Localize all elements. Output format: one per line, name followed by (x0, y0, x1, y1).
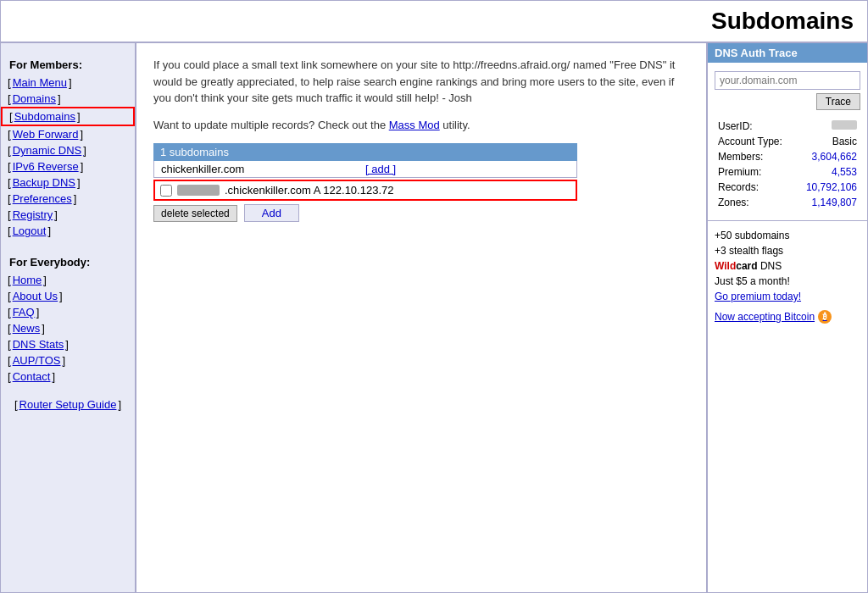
mass-mod-link[interactable]: Mass Mod (389, 119, 440, 131)
sidebar-item-aup-tos[interactable]: [ AUP/TOS ] (1, 352, 135, 369)
add-domain-link[interactable]: [ add ] (365, 163, 570, 175)
trace-input[interactable] (715, 71, 860, 90)
go-premium-link[interactable]: Go premium today! (715, 291, 801, 302)
zones-label: Zones: (715, 195, 795, 210)
info-paragraph: If you could place a small text link som… (153, 57, 689, 107)
sidebar-item-registry[interactable]: [ Registry ] (1, 207, 135, 223)
sidebar-item-about[interactable]: [ About Us ] (1, 288, 135, 304)
bitcoin-text: Now accepting Bitcoin (715, 309, 815, 324)
records-label: Records: (715, 180, 795, 195)
add-subdomain-button[interactable]: Add (244, 204, 299, 222)
sidebar-item-domains[interactable]: [ Domains ] (1, 91, 135, 107)
sidebar-item-faq[interactable]: [ FAQ ] (1, 304, 135, 320)
sidebar-item-subdomains[interactable]: [ Subdomains ] (1, 107, 135, 126)
delete-selected-button[interactable]: delete selected (153, 205, 237, 222)
right-panel: DNS Auth Trace Trace UserID: Account Typ… (706, 43, 867, 592)
trace-button[interactable]: Trace (816, 93, 860, 110)
sidebar-item-news[interactable]: [ News ] (1, 320, 135, 336)
premium-promo: +50 subdomains +3 stealth flags Wildcard… (708, 220, 867, 331)
subdomain-table: 1 subdomains chickenkiller.com [ add ] .… (153, 143, 577, 222)
sidebar: For Members: [ Main Menu ] [ Domains ] [… (1, 43, 136, 592)
account-type-value: Basic (795, 134, 860, 149)
members-label: Members: (715, 149, 795, 164)
sidebar-item-logout[interactable]: [ Logout ] (1, 223, 135, 239)
members-value: 3,604,662 (795, 149, 860, 164)
sidebar-item-preferences[interactable]: [ Preferences ] (1, 191, 135, 207)
sidebar-item-router-guide[interactable]: [ Router Setup Guide ] (1, 395, 135, 414)
for-members-title: For Members: (1, 52, 135, 75)
sidebar-item-ipv6-reverse[interactable]: [ IPv6 Reverse ] (1, 158, 135, 175)
subdomain-name-blurred (177, 185, 220, 196)
subdomain-record: .chickenkiller.com A 122.10.123.72 (225, 184, 393, 197)
sidebar-item-web-forward[interactable]: [ Web Forward ] (1, 126, 135, 142)
account-type-label: Account Type: (715, 134, 795, 149)
promo-wildcard: Wildcard DNS (715, 258, 860, 274)
trace-title: DNS Auth Trace (708, 43, 867, 63)
page-header: Subdomains (1, 1, 867, 43)
sidebar-item-backup-dns[interactable]: [ Backup DNS ] (1, 175, 135, 191)
userid-label: UserID: (715, 119, 795, 134)
zones-value: 1,149,807 (795, 195, 860, 210)
sidebar-item-home[interactable]: [ Home ] (1, 272, 135, 288)
subdomain-count-header: 1 subdomains (153, 143, 577, 161)
subdomain-entry-row: .chickenkiller.com A 122.10.123.72 (153, 180, 577, 201)
userid-value (795, 119, 860, 134)
main-content: If you could place a small text link som… (136, 43, 706, 592)
premium-label: Premium: (715, 164, 795, 180)
premium-value: 4,553 (795, 164, 860, 180)
sidebar-item-contact[interactable]: [ Contact ] (1, 369, 135, 385)
wildcard-card: card (736, 260, 757, 272)
subdomain-checkbox[interactable] (160, 185, 172, 197)
stats-table: UserID: Account Type: Basic Members: 3,6… (715, 119, 860, 210)
page-title: Subdomains (14, 8, 854, 35)
promo-stealth: +3 stealth flags (715, 243, 860, 258)
sidebar-item-dynamic-dns[interactable]: [ Dynamic DNS ] (1, 142, 135, 158)
records-value: 10,792,106 (795, 180, 860, 195)
promo-subdomains: +50 subdomains (715, 228, 860, 243)
subdomain-domain-name: chickenkiller.com (161, 163, 365, 175)
sidebar-item-dns-stats[interactable]: [ DNS Stats ] (1, 336, 135, 352)
wildcard-wild: Wild (715, 260, 736, 272)
subdomain-domain-row: chickenkiller.com [ add ] (153, 161, 577, 178)
bitcoin-link[interactable]: Now accepting Bitcoin ₿ (715, 309, 860, 324)
subdomain-actions: delete selected Add (153, 204, 577, 222)
bitcoin-icon: ₿ (818, 310, 832, 324)
promo-price: Just $5 a month! (715, 274, 860, 289)
trace-area: Trace UserID: Account Type: Basic Memb (708, 63, 867, 215)
mass-mod-paragraph: Want to update multiple records? Check o… (153, 117, 689, 134)
sidebar-item-main-menu[interactable]: [ Main Menu ] (1, 75, 135, 91)
for-everybody-title: For Everybody: (1, 249, 135, 272)
